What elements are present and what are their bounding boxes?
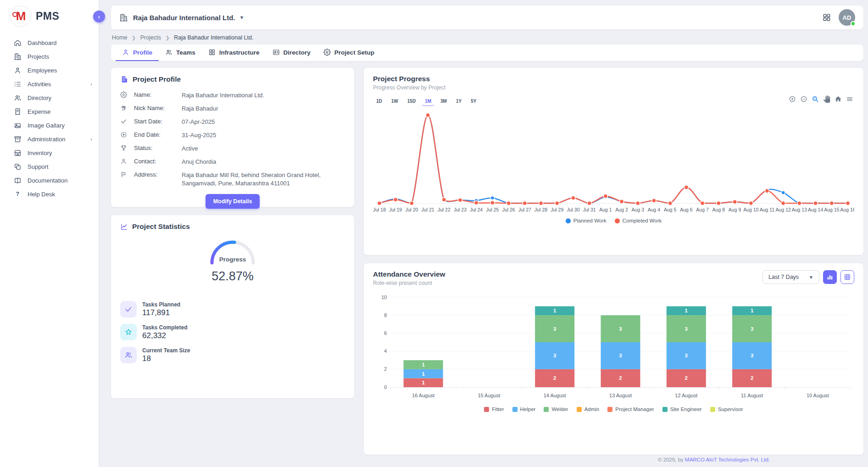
svg-text:8: 8 <box>384 312 387 318</box>
range-button-3m[interactable]: 3M <box>437 97 450 106</box>
field-value: Raja Bahadur Mill Rd, behind Sheraton Gr… <box>182 171 345 187</box>
svg-text:Aug 6: Aug 6 <box>680 207 693 212</box>
sidebar-item-label: Support <box>28 163 49 170</box>
chevron-right-icon: ❯ <box>166 35 169 40</box>
legend-item-project-manager[interactable]: Project Manager <box>607 406 654 412</box>
user-avatar[interactable]: AD <box>839 9 855 26</box>
apps-grid-icon[interactable] <box>822 13 831 22</box>
sidebar-item-activities[interactable]: Activities› <box>0 77 99 91</box>
person-icon <box>120 157 132 167</box>
legend-item-supervisor[interactable]: Supervisor <box>710 406 743 412</box>
fingerprint-icon <box>120 104 132 113</box>
svg-text:10 August: 10 August <box>807 393 829 398</box>
legend-item-completed-work[interactable]: Completed Work <box>615 218 662 223</box>
field-label: Name: <box>134 91 180 98</box>
tab-profile[interactable]: Profile <box>116 44 159 61</box>
sidebar-item-help-desk[interactable]: ?Help Desk <box>0 187 99 201</box>
svg-text:Aug 3: Aug 3 <box>632 207 645 212</box>
legend-item-planned-work[interactable]: Planned Work <box>566 218 606 223</box>
table-view-button[interactable] <box>840 270 854 284</box>
sidebar-collapse-button[interactable]: ‹ <box>93 11 105 22</box>
legend-item-welder[interactable]: Welder <box>544 406 568 412</box>
sidebar-item-expense[interactable]: Expense <box>0 105 99 118</box>
field-label: Start Date: <box>134 117 180 125</box>
home-reset-icon[interactable] <box>835 95 842 103</box>
building-icon <box>119 13 128 22</box>
svg-text:Aug 13: Aug 13 <box>792 207 807 212</box>
sidebar-item-dashboard[interactable]: Dashboard <box>0 36 99 50</box>
selection-zoom-icon[interactable] <box>812 95 819 103</box>
home-icon <box>14 39 22 47</box>
tab-infrastructure[interactable]: Infrastructure <box>202 44 266 61</box>
book-icon <box>14 177 22 184</box>
svg-text:Jul 26: Jul 26 <box>502 207 515 212</box>
star-icon <box>120 324 137 340</box>
sidebar-item-projects[interactable]: Projects <box>0 50 99 63</box>
svg-text:Jul 20: Jul 20 <box>405 207 418 212</box>
legend-label: Project Manager <box>615 406 654 412</box>
building-icon <box>14 53 22 61</box>
svg-text:0: 0 <box>384 384 387 390</box>
footer-company-link[interactable]: MARCO AIoT Technologies Pvt. Ltd. <box>685 457 770 462</box>
top-header: Raja Bahadur International Ltd. ▼ AD <box>111 6 863 29</box>
sidebar-item-employees[interactable]: Employees <box>0 63 99 77</box>
legend-item-site-engineer[interactable]: Site Engineer <box>662 406 702 412</box>
archive-icon <box>14 135 22 143</box>
sidebar-item-image-gallary[interactable]: Image Gallary <box>0 118 99 132</box>
legend-item-helper[interactable]: Helper <box>512 406 536 412</box>
sidebar-item-label: Dashboard <box>28 39 57 46</box>
sidebar-item-inventory[interactable]: Inventory <box>0 146 99 160</box>
zoom-out-icon[interactable] <box>800 95 807 103</box>
range-button-15d[interactable]: 15D <box>404 97 419 106</box>
sidebar-item-administration[interactable]: Administration› <box>0 132 99 146</box>
breadcrumb-item[interactable]: Projects <box>140 34 161 41</box>
circle-dot-icon <box>120 131 132 140</box>
legend-label: Completed Work <box>623 218 662 223</box>
pan-hand-icon[interactable] <box>823 95 830 103</box>
project-selector[interactable]: Raja Bahadur International Ltd. <box>133 14 235 22</box>
range-button-5y[interactable]: 5Y <box>467 97 479 106</box>
legend-color-square <box>577 407 582 412</box>
profile-field: Address:Raja Bahadur Mill Rd, behind She… <box>120 171 345 187</box>
legend-item-admin[interactable]: Admin <box>577 406 600 412</box>
svg-text:?: ? <box>16 191 19 197</box>
footer-copyright: © 2025, by <box>658 457 685 462</box>
svg-text:Jul 27: Jul 27 <box>518 207 531 212</box>
tab-label: Directory <box>284 49 311 56</box>
menu-icon[interactable] <box>846 95 853 103</box>
tab-teams[interactable]: Teams <box>159 44 202 61</box>
svg-text:3: 3 <box>619 353 622 358</box>
svg-text:Aug 11: Aug 11 <box>760 207 775 212</box>
tab-directory[interactable]: Directory <box>266 44 317 61</box>
sidebar-item-support[interactable]: Support <box>0 160 99 173</box>
legend-color-square <box>544 407 549 412</box>
breadcrumb-item[interactable]: Home <box>112 34 127 41</box>
sidebar-item-directory[interactable]: Directory <box>0 91 99 105</box>
range-button-1m[interactable]: 1M <box>422 97 434 106</box>
zoom-in-icon[interactable] <box>789 95 796 103</box>
sidebar-item-label: Administration <box>28 136 65 143</box>
profile-field: Start Date:07-Apr-2025 <box>120 117 345 127</box>
sidebar-item-label: Documentation <box>28 177 67 184</box>
field-value: Raja Bahadur International Ltd. <box>182 91 345 100</box>
people-icon <box>120 347 137 363</box>
chevron-down-icon[interactable]: ▼ <box>239 15 245 20</box>
range-button-1y[interactable]: 1Y <box>453 97 465 106</box>
range-button-1w[interactable]: 1W <box>388 97 401 106</box>
bar-chart-view-button[interactable] <box>823 270 837 284</box>
tab-project-setup[interactable]: Project Setup <box>317 44 381 61</box>
svg-text:2: 2 <box>384 366 387 372</box>
sidebar-item-label: Directory <box>28 95 51 101</box>
field-label: Status: <box>134 144 180 151</box>
svg-text:Jul 21: Jul 21 <box>422 207 434 212</box>
range-button-1d[interactable]: 1D <box>373 97 385 106</box>
legend-color-square <box>512 407 517 412</box>
date-range-select[interactable]: Last 7 Days ▼ <box>762 270 819 284</box>
svg-text:Jul 18: Jul 18 <box>373 207 386 212</box>
sidebar-item-documentation[interactable]: Documentation <box>0 173 99 187</box>
svg-text:Aug 10: Aug 10 <box>743 207 758 212</box>
modify-details-button[interactable]: Modify Details <box>206 194 260 209</box>
legend-item-fitter[interactable]: Fitter <box>484 406 504 412</box>
date-range-value: Last 7 Days <box>768 274 799 280</box>
stat-label: Current Team Size <box>142 347 190 354</box>
